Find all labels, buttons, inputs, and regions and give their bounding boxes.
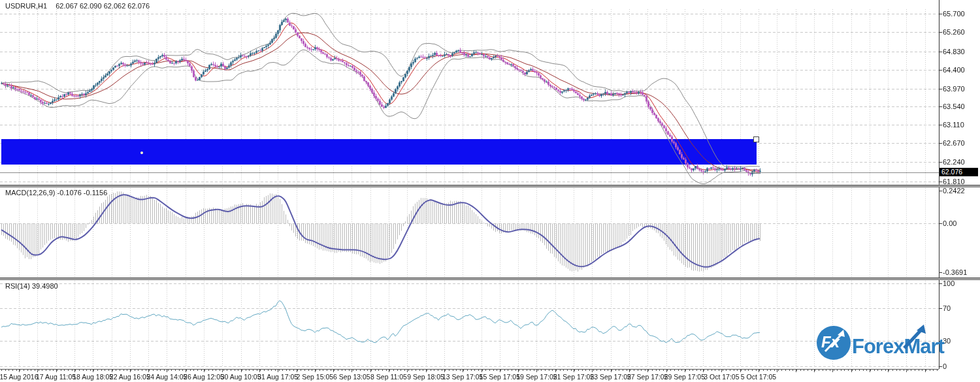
time-axis-label: 3 Oct 17:05 bbox=[704, 373, 739, 381]
chart-canvas[interactable] bbox=[0, 0, 980, 382]
macd-axis-label: -0.3691 bbox=[943, 268, 967, 276]
price-axis-label: 64.400 bbox=[943, 66, 965, 74]
price-axis-label: 62.670 bbox=[943, 139, 965, 147]
time-axis-label: 26 Aug 12:05 bbox=[184, 373, 224, 381]
time-axis-label: 27 Sep 17:05 bbox=[627, 373, 668, 381]
price-axis-label: 63.970 bbox=[943, 85, 965, 93]
time-axis-label: 15 Sep 17:05 bbox=[480, 373, 520, 381]
macd-label: MACD(12,26,9) -0.1076 -0.1156 bbox=[5, 189, 107, 197]
logo-wordmark: ForexMart bbox=[852, 335, 944, 358]
time-axis-label: 24 Aug 14:05 bbox=[146, 373, 187, 381]
rsi-label: RSI(14) 39.4980 bbox=[5, 282, 58, 290]
price-axis-label: 63.110 bbox=[943, 121, 964, 129]
time-axis-label: 19 Sep 17:05 bbox=[516, 373, 557, 381]
time-axis-label: 18 Aug 18:05 bbox=[73, 373, 113, 381]
time-axis-label: 23 Sep 17:05 bbox=[590, 373, 630, 381]
time-axis-label: 21 Sep 17:05 bbox=[553, 373, 594, 381]
macd-axis-label: 0.00 bbox=[943, 219, 956, 227]
logo-circle-text: Fx bbox=[821, 333, 840, 351]
time-axis-label: 29 Sep 17:05 bbox=[664, 373, 705, 381]
price-axis-label: 65.260 bbox=[943, 28, 965, 36]
time-axis-label: 13 Sep 17:05 bbox=[442, 373, 483, 381]
time-axis-label: 15 Aug 2016 bbox=[0, 373, 38, 381]
panel-separator-macd-rsi bbox=[0, 278, 980, 280]
logo-m-arrow-icon bbox=[899, 322, 929, 352]
time-axis-label: 2 Sep 15:05 bbox=[296, 373, 333, 381]
macd-axis-label: 0.2422 bbox=[943, 187, 965, 195]
time-axis-label: 8 Sep 11:05 bbox=[370, 373, 407, 381]
panel-separator-main-macd bbox=[0, 185, 980, 187]
rect-selection-handle-icon[interactable] bbox=[753, 136, 759, 142]
logo-part-forex: Forex bbox=[852, 335, 904, 358]
price-axis-label: 61.810 bbox=[943, 178, 965, 185]
price-axis-label: 65.700 bbox=[943, 10, 965, 18]
price-axis-label: 63.540 bbox=[943, 103, 965, 110]
price-axis-label: 62.240 bbox=[943, 158, 965, 166]
ohlc-values: 62.067 62.090 62.062 62.076 bbox=[56, 2, 150, 10]
rsi-axis-label: 0 bbox=[943, 362, 947, 370]
time-axis-label: 31 Aug 17:05 bbox=[257, 373, 298, 381]
chart-title: USDRUR,H1 62.067 62.090 62.062 62.076 bbox=[5, 2, 156, 10]
time-axis-label: 9 Sep 18:05 bbox=[407, 373, 444, 381]
rect-anchor-dot-icon[interactable] bbox=[140, 151, 143, 154]
highlight-rectangle[interactable] bbox=[1, 139, 757, 165]
current-price-tag: 62.076 bbox=[939, 168, 978, 176]
time-axis-label: 22 Aug 16:05 bbox=[110, 373, 150, 381]
time-axis-label: 6 Sep 13:05 bbox=[333, 373, 370, 381]
rsi-axis-label: 100 bbox=[943, 279, 955, 287]
price-axis-label: 64.830 bbox=[943, 48, 965, 56]
time-axis-label: 17 Aug 11:05 bbox=[36, 373, 76, 381]
time-axis-label: 5 Oct 17:05 bbox=[741, 373, 776, 381]
time-axis-label: 30 Aug 10:05 bbox=[221, 373, 261, 381]
symbol-timeframe: USDRUR,H1 bbox=[5, 2, 47, 10]
trading-chart-window: USDRUR,H1 62.067 62.090 62.062 62.076 MA… bbox=[0, 0, 980, 382]
rsi-axis-label: 70 bbox=[943, 304, 951, 312]
